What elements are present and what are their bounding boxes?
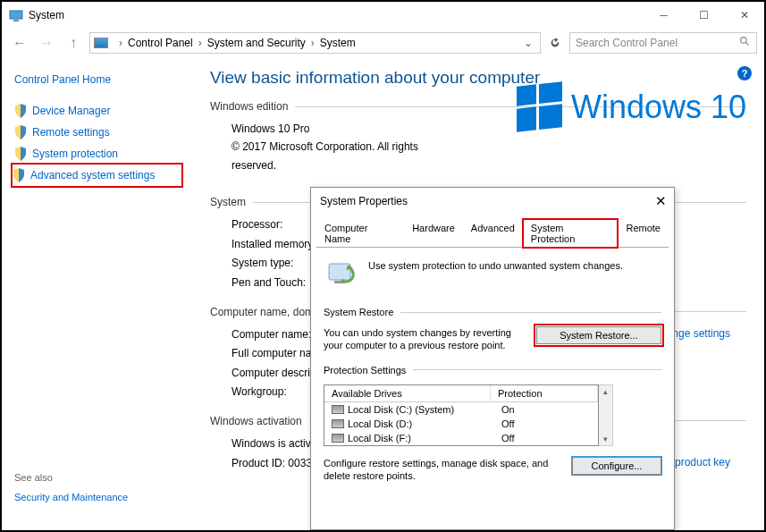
table-header: Available Drives Protection	[324, 385, 598, 402]
search-placeholder: Search Control Panel	[576, 37, 678, 49]
column-header[interactable]: Protection	[491, 385, 598, 401]
dialog-body: Use system protection to undo unwanted s…	[311, 248, 674, 503]
maximize-button[interactable]: ☐	[684, 2, 724, 29]
drive-icon	[332, 405, 344, 414]
sidebar-item-label: System protection	[32, 148, 118, 160]
breadcrumb-item[interactable]: System	[320, 37, 356, 49]
svg-point-2	[741, 38, 747, 44]
see-also-section: See also Security and Maintenance	[14, 472, 180, 502]
sidebar: Control Panel Home Device Manager Remote…	[2, 57, 192, 530]
scrollbar[interactable]: ▴ ▾	[599, 384, 613, 446]
sidebar-item-label: Remote settings	[32, 126, 110, 139]
shield-icon	[14, 125, 27, 139]
table-row[interactable]: Local Disk (C:) (System) On	[324, 402, 598, 417]
shield-icon	[13, 168, 25, 182]
drive-status: Off	[494, 418, 598, 429]
system-protection-icon	[324, 257, 359, 292]
tab-computer-name[interactable]: Computer Name	[316, 219, 404, 248]
protection-settings-group: Protection Settings Available Drives Pro…	[324, 365, 661, 483]
restore-text: You can undo system changes by reverting…	[324, 326, 526, 352]
control-panel-home-link[interactable]: Control Panel Home	[14, 73, 180, 86]
back-button[interactable]: ←	[9, 32, 30, 54]
search-icon	[739, 36, 751, 50]
titlebar: System ─ ☐ ✕	[2, 2, 764, 29]
system-restore-group: System Restore You can undo system chang…	[324, 307, 661, 352]
refresh-button[interactable]	[546, 34, 564, 52]
drive-name: Local Disk (F:)	[348, 433, 411, 443]
copyright-text: © 2017 Microsoft Corporation. All rights…	[231, 138, 428, 174]
shield-icon	[14, 147, 27, 161]
forward-button[interactable]: →	[36, 32, 57, 54]
sidebar-remote-settings[interactable]: Remote settings	[14, 122, 180, 143]
window-controls: ─ ☐ ✕	[644, 2, 764, 29]
tab-remote[interactable]: Remote	[618, 219, 669, 248]
search-input[interactable]: Search Control Panel	[569, 32, 757, 54]
system-properties-dialog: System Properties ✕ Computer Name Hardwa…	[310, 187, 675, 530]
section-label: System	[210, 196, 246, 208]
drive-icon	[332, 419, 344, 428]
drives-table: Available Drives Protection Local Disk (…	[324, 384, 599, 446]
breadcrumb-item[interactable]: Control Panel	[128, 37, 193, 49]
scroll-down-icon[interactable]: ▾	[603, 433, 608, 445]
chevron-right-icon: ›	[119, 37, 122, 49]
see-also-label: See also	[14, 472, 180, 483]
navigation-bar: ← → ↑ › Control Panel › System and Secur…	[2, 29, 764, 57]
drive-status: On	[494, 404, 598, 415]
dialog-close-button[interactable]: ✕	[655, 193, 667, 209]
drive-name: Local Disk (D:)	[348, 418, 412, 429]
sidebar-device-manager[interactable]: Device Manager	[14, 100, 180, 122]
chevron-right-icon: ›	[198, 37, 202, 49]
dropdown-icon[interactable]: ⌄	[524, 37, 533, 49]
windows-logo-icon	[517, 81, 562, 131]
dialog-tabs: Computer Name Hardware Advanced System P…	[316, 218, 669, 248]
sidebar-item-label: Device Manager	[32, 105, 110, 117]
up-button[interactable]: ↑	[63, 32, 84, 54]
svg-rect-0	[10, 11, 22, 19]
section-label: Windows edition	[210, 100, 288, 113]
windows-logo-text: Windows 10	[571, 89, 746, 126]
section-label: Windows activation	[210, 415, 302, 427]
tab-hardware[interactable]: Hardware	[404, 219, 463, 248]
system-restore-button[interactable]: System Restore...	[536, 326, 661, 344]
scroll-up-icon[interactable]: ▴	[603, 385, 608, 398]
breadcrumb[interactable]: › Control Panel › System and Security › …	[89, 32, 541, 54]
configure-button[interactable]: Configure...	[572, 457, 661, 475]
table-row[interactable]: Local Disk (F:) Off	[324, 431, 598, 445]
group-title: Protection Settings	[324, 365, 406, 376]
table-row[interactable]: Local Disk (D:) Off	[324, 417, 598, 431]
configure-text: Configure restore settings, manage disk …	[324, 457, 561, 483]
svg-rect-1	[13, 20, 19, 21]
tab-system-protection[interactable]: System Protection	[523, 219, 619, 248]
chevron-right-icon: ›	[311, 37, 315, 49]
intro-text: Use system protection to undo unwanted s…	[368, 257, 623, 271]
drive-status: Off	[494, 433, 598, 443]
shield-icon	[14, 104, 27, 118]
windows-logo: Windows 10	[517, 84, 746, 130]
dialog-title: System Properties	[320, 195, 655, 207]
drive-name: Local Disk (C:) (System)	[348, 404, 454, 415]
close-button[interactable]: ✕	[724, 2, 764, 29]
window-title: System	[29, 9, 64, 21]
column-header[interactable]: Available Drives	[324, 385, 491, 401]
dialog-titlebar: System Properties ✕	[311, 188, 674, 218]
drive-icon	[332, 434, 344, 443]
tab-advanced[interactable]: Advanced	[463, 219, 523, 248]
sidebar-item-label: Advanced system settings	[30, 169, 155, 182]
sidebar-system-protection[interactable]: System protection	[14, 143, 180, 165]
monitor-icon	[94, 38, 108, 48]
system-icon	[9, 8, 23, 22]
sidebar-advanced-system-settings[interactable]: Advanced system settings	[11, 163, 183, 188]
security-maintenance-link[interactable]: Security and Maintenance	[14, 492, 180, 502]
breadcrumb-item[interactable]: System and Security	[207, 37, 306, 49]
svg-line-3	[745, 42, 748, 45]
group-title: System Restore	[324, 307, 393, 317]
section-label: Computer name, dom	[210, 306, 314, 318]
minimize-button[interactable]: ─	[644, 2, 684, 29]
